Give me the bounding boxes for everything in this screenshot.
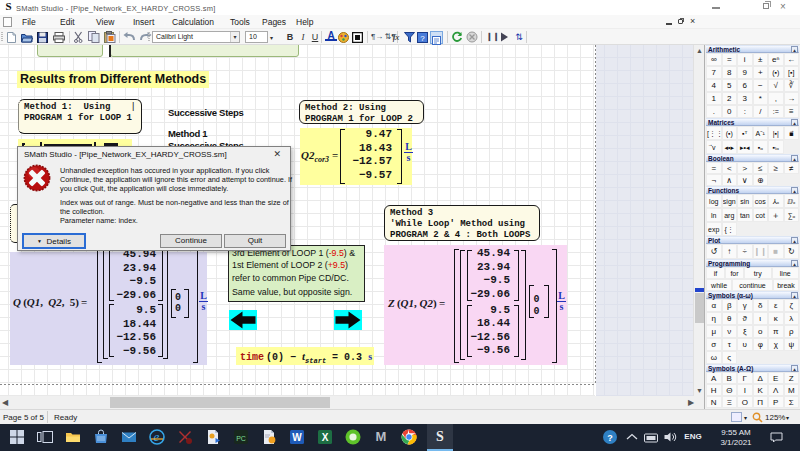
- svg-text:X: X: [322, 432, 329, 443]
- svg-text:PC: PC: [236, 435, 246, 442]
- svg-text:e: e: [154, 429, 160, 444]
- svg-text:W: W: [292, 432, 302, 443]
- svg-text:?: ?: [607, 433, 613, 443]
- svg-text:?: ?: [420, 34, 425, 43]
